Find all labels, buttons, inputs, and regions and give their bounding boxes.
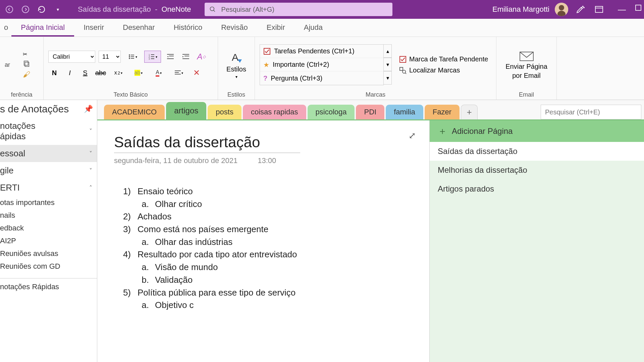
sidebar-section[interactable]: ERTI˄	[0, 179, 97, 196]
global-search[interactable]	[205, 3, 392, 16]
numbering-button[interactable]: 123▾	[144, 51, 161, 63]
list-subitem[interactable]: a.Objetivo c	[141, 299, 413, 312]
ribbon-tab-draw[interactable]: Desenhar	[113, 18, 164, 37]
tags-scroll-up[interactable]: ▴	[384, 44, 392, 58]
add-section-button[interactable]: +	[461, 105, 478, 119]
format-painter-icon[interactable]: 🖌	[23, 70, 30, 79]
sidebar-section[interactable]: essoal˅	[0, 145, 97, 162]
note-canvas[interactable]: ⤢ Saídas da dissertação segunda-feira, 1…	[97, 120, 429, 362]
username[interactable]: Emiliana Margotti	[492, 5, 549, 14]
cut-icon[interactable]: ✂	[23, 51, 27, 57]
plus-icon: ＋	[438, 125, 447, 138]
list-item[interactable]: 3)Como está nos países emergente	[121, 223, 413, 236]
highlight-button[interactable]: ab▾	[130, 67, 147, 79]
copy-icon[interactable]	[23, 60, 30, 67]
sidebar-item[interactable]: Reuniões avulsas	[0, 247, 97, 260]
bullets-button[interactable]: ▾	[124, 51, 141, 63]
underline-button[interactable]: S	[79, 67, 91, 79]
section-tab[interactable]: PDI	[356, 105, 384, 119]
font-size-select[interactable]: 11	[99, 51, 121, 63]
font-color-button[interactable]: A▾	[150, 67, 167, 79]
ribbon-tab-file[interactable]: o	[3, 18, 11, 37]
tag-question[interactable]: ?Pergunta (Ctrl+3)	[260, 71, 383, 85]
section-tab[interactable]: coisas rapidas	[243, 105, 306, 119]
add-page-button[interactable]: ＋ Adicionar Página	[430, 120, 644, 142]
find-marks-button[interactable]: Localizar Marcas	[399, 66, 488, 74]
styles-group-label: Estilos	[223, 91, 250, 98]
sidebar-section[interactable]: gile˅	[0, 162, 97, 179]
tags-scroll-down[interactable]: ▾	[384, 58, 392, 71]
svg-rect-29	[167, 58, 174, 59]
indent-button[interactable]	[180, 51, 192, 63]
global-search-input[interactable]	[221, 6, 388, 13]
font-name-select[interactable]: Calibri	[48, 51, 95, 63]
ribbon-tab-home[interactable]: Página Inicial	[11, 18, 74, 37]
bold-button[interactable]: N	[48, 67, 60, 79]
qa-dropdown[interactable]: ▾	[51, 3, 64, 16]
forward-button[interactable]	[19, 3, 32, 16]
page-list-item[interactable]: Saídas da dissertação	[430, 142, 644, 161]
align-button[interactable]: ▾	[170, 67, 187, 79]
page-search-input[interactable]	[541, 105, 641, 119]
page-list-item[interactable]: Artigos parados	[430, 179, 644, 198]
section-tab[interactable]: familia	[386, 105, 423, 119]
svg-rect-23	[151, 56, 154, 57]
list-subitem[interactable]: a.Visão de mundo	[141, 261, 413, 274]
outdent-button[interactable]	[164, 51, 176, 63]
section-tab[interactable]: ACADEMICO	[104, 105, 165, 119]
svg-line-3	[213, 10, 215, 12]
email-page-button[interactable]: Enviar Página por Email	[505, 50, 547, 80]
delete-button[interactable]: ✕	[191, 67, 203, 79]
pin-icon[interactable]: 📌	[84, 105, 93, 113]
tags-group-label: Marcas	[260, 91, 491, 98]
ribbon-tab-view[interactable]: Exibir	[257, 18, 294, 37]
maximize-button[interactable]	[635, 5, 641, 14]
ribbon-mode-icon[interactable]	[592, 3, 606, 16]
clear-formatting-button[interactable]: A◇	[195, 51, 207, 63]
section-tabs: ACADEMICOartigospostscoisas rapidaspsico…	[97, 100, 644, 119]
italic-button[interactable]: I	[64, 67, 76, 79]
strikethrough-button[interactable]: abc	[95, 67, 107, 79]
list-item[interactable]: 5)Política pública para esse tipo de ser…	[121, 287, 413, 299]
ribbon-tab-insert[interactable]: Inserir	[74, 18, 113, 37]
note-title[interactable]: Saídas da dissertação	[114, 134, 300, 153]
expand-icon[interactable]: ⤢	[409, 131, 416, 141]
sidebar-item[interactable]: nails	[0, 209, 97, 222]
window-title: Saídas da dissertação - OneNote	[78, 5, 191, 14]
tags-gallery[interactable]: Tarefas Pendentes (Ctrl+1) ★Importante (…	[260, 44, 384, 85]
list-subitem[interactable]: a.Olhar crítico	[141, 198, 413, 211]
section-tab[interactable]: posts	[208, 105, 241, 119]
app-name: OneNote	[162, 5, 191, 13]
tag-important[interactable]: ★Importante (Ctrl+2)	[260, 58, 383, 71]
back-button[interactable]	[3, 3, 16, 16]
page-list-item[interactable]: Melhorias da dissertação	[430, 161, 644, 179]
quick-notes[interactable]: notações Rápidas	[0, 278, 97, 293]
svg-rect-27	[169, 56, 174, 56]
list-item[interactable]: 4)Resultado por cada tipo ator entrevist…	[121, 248, 413, 261]
list-item[interactable]: 1)Ensaio teórico	[121, 185, 413, 198]
section-tab[interactable]: artigos	[166, 102, 206, 119]
sidebar-item[interactable]: edback	[0, 222, 97, 235]
list-subitem[interactable]: b.Validação	[141, 274, 413, 287]
list-subitem[interactable]: a.Olhar das indústrias	[141, 236, 413, 249]
sidebar-section[interactable]: notações ápidas˅	[0, 117, 97, 145]
pending-mark-button[interactable]: Marca de Tarefa Pendente	[399, 55, 488, 63]
subscript-button[interactable]: x2▾	[110, 67, 127, 79]
avatar[interactable]	[555, 3, 568, 16]
ribbon-tab-history[interactable]: Histórico	[164, 18, 212, 37]
minimize-button[interactable]: —	[618, 5, 626, 14]
section-tab[interactable]: psicologa	[308, 105, 355, 119]
sidebar-item[interactable]: otas importantes	[0, 196, 97, 209]
paste-button[interactable]: ar	[5, 61, 10, 68]
section-tab[interactable]: Fazer	[425, 105, 460, 119]
list-item[interactable]: 2)Achados	[121, 210, 413, 223]
pen-mode-icon[interactable]	[574, 3, 587, 16]
ribbon-tab-help[interactable]: Ajuda	[294, 18, 332, 37]
tags-expand[interactable]: ▾	[384, 71, 392, 85]
sidebar-item[interactable]: Reuniões com GD	[0, 260, 97, 273]
undo-button[interactable]	[35, 3, 48, 16]
sidebar-item[interactable]: AI2P	[0, 235, 97, 247]
styles-button[interactable]: A Estilos ▾	[226, 51, 246, 79]
ribbon-tab-review[interactable]: Revisão	[212, 18, 257, 37]
tag-todo[interactable]: Tarefas Pendentes (Ctrl+1)	[260, 45, 383, 58]
